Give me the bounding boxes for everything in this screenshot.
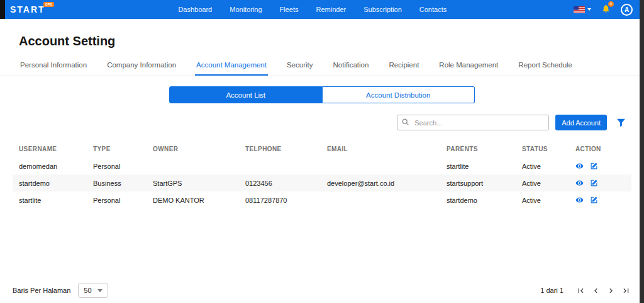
notifications-button[interactable]: 0 xyxy=(601,4,611,16)
chevron-down-icon xyxy=(97,289,103,292)
table-row: demomedan Personal startlite Active xyxy=(13,157,631,174)
tab-account-management[interactable]: Account Management xyxy=(195,57,268,76)
col-type: TYPE xyxy=(87,139,147,157)
edit-icon[interactable] xyxy=(590,162,598,170)
nav-item-monitoring[interactable]: Monitoring xyxy=(230,6,262,13)
tab-security[interactable]: Security xyxy=(286,57,314,76)
account-table: USERNAME TYPE OWNER TELPHONE EMAIL PAREN… xyxy=(13,139,631,209)
cell-type: Business xyxy=(87,174,147,192)
cell-email: developer@start.co.id xyxy=(321,174,440,192)
cell-telphone xyxy=(239,157,321,174)
tab-recipient[interactable]: Recipient xyxy=(387,57,420,76)
tab-role-management[interactable]: Role Management xyxy=(438,57,499,76)
table-footer: Baris Per Halaman 50 1 dari 1 xyxy=(13,283,631,298)
subtab-account-list[interactable]: Account List xyxy=(169,86,323,103)
rows-per-page-label: Baris Per Halaman xyxy=(13,287,70,294)
cell-email xyxy=(321,192,440,209)
settings-tabs: Personal Information Company Information… xyxy=(0,57,644,76)
us-flag-icon xyxy=(574,6,585,13)
table-header-row: USERNAME TYPE OWNER TELPHONE EMAIL PAREN… xyxy=(13,139,631,157)
top-navigation-bar: START GPS Dashboard Monitoring Fleets Re… xyxy=(0,0,644,19)
scrollbar[interactable] xyxy=(640,0,644,303)
tab-report-schedule[interactable]: Report Schedule xyxy=(517,57,574,76)
add-account-button[interactable]: Add Account xyxy=(555,115,607,130)
table-toolbar: Add Account xyxy=(0,115,626,130)
notification-badge: 0 xyxy=(608,1,614,7)
edit-icon[interactable] xyxy=(590,179,598,187)
cell-owner: StartGPS xyxy=(147,174,239,192)
tab-notification[interactable]: Notification xyxy=(332,57,370,76)
main-nav: Dashboard Monitoring Fleets Reminder Sub… xyxy=(52,6,574,13)
cell-email xyxy=(321,157,440,174)
rows-per-page-select[interactable]: 50 xyxy=(78,283,108,298)
filter-icon[interactable] xyxy=(616,117,626,128)
rows-per-page: Baris Per Halaman 50 xyxy=(13,283,108,298)
chevron-down-icon xyxy=(587,8,591,11)
nav-item-dashboard[interactable]: Dashboard xyxy=(178,6,212,13)
view-icon[interactable] xyxy=(575,162,584,170)
search-input[interactable] xyxy=(397,115,549,130)
tab-company-information[interactable]: Company Information xyxy=(106,57,177,76)
brand-badge: GPS xyxy=(43,2,54,7)
table-row: startdemo Business StartGPS 0123456 deve… xyxy=(13,174,631,192)
cell-type: Personal xyxy=(87,157,147,174)
col-owner: OWNER xyxy=(147,139,239,157)
app-window: START GPS Dashboard Monitoring Fleets Re… xyxy=(0,0,644,303)
cell-owner xyxy=(147,157,239,174)
cell-type: Personal xyxy=(87,192,147,209)
cell-status: Active xyxy=(516,157,569,174)
col-username: USERNAME xyxy=(13,139,87,157)
brand-text: START xyxy=(10,4,45,14)
tab-personal-information[interactable]: Personal Information xyxy=(19,57,88,76)
subtab-account-distribution[interactable]: Account Distribution xyxy=(323,86,475,103)
cell-username: startlite xyxy=(13,192,87,209)
last-page-button[interactable] xyxy=(620,285,631,296)
page-info: 1 dari 1 xyxy=(540,287,564,294)
view-icon[interactable] xyxy=(575,179,584,187)
cell-parents: startlite xyxy=(440,157,516,174)
prev-page-button[interactable] xyxy=(590,285,601,296)
brand-logo[interactable]: START GPS xyxy=(10,4,52,14)
topbar-right-group: 0 A xyxy=(574,4,633,16)
nav-item-subscription[interactable]: Subscription xyxy=(364,6,402,13)
cell-username: demomedan xyxy=(13,157,87,174)
next-page-button[interactable] xyxy=(605,285,616,296)
col-status: STATUS xyxy=(516,139,569,157)
language-selector[interactable] xyxy=(574,6,591,13)
cell-status: Active xyxy=(516,192,569,209)
rows-per-page-value: 50 xyxy=(84,287,91,294)
nav-item-contacts[interactable]: Contacts xyxy=(419,6,447,13)
col-parents: PARENTS xyxy=(440,139,516,157)
edit-icon[interactable] xyxy=(590,196,598,204)
nav-item-reminder[interactable]: Reminder xyxy=(316,6,347,13)
cell-status: Active xyxy=(516,174,569,192)
account-subtabs: Account List Account Distribution xyxy=(169,86,475,103)
cell-username: startdemo xyxy=(13,174,87,192)
search-box xyxy=(397,115,549,130)
view-icon[interactable] xyxy=(575,196,584,204)
cell-parents: startsupport xyxy=(440,174,516,192)
window-edge-left xyxy=(0,0,5,19)
table-row: startlite Personal DEMO KANTOR 081172878… xyxy=(13,192,631,209)
cell-parents: startdemo xyxy=(440,192,516,209)
first-page-button[interactable] xyxy=(575,285,586,296)
cell-telphone: 08117287870 xyxy=(239,192,321,209)
account-logo-button[interactable]: A xyxy=(621,4,633,16)
pagination: 1 dari 1 xyxy=(540,285,631,296)
cell-owner: DEMO KANTOR xyxy=(147,192,239,209)
nav-item-fleets[interactable]: Fleets xyxy=(280,6,299,13)
cell-telphone: 0123456 xyxy=(239,174,321,192)
col-email: EMAIL xyxy=(321,139,440,157)
page-title: Account Setting xyxy=(19,34,644,49)
col-telphone: TELPHONE xyxy=(239,139,321,157)
col-action: ACTION xyxy=(569,139,631,157)
search-icon xyxy=(401,118,409,126)
